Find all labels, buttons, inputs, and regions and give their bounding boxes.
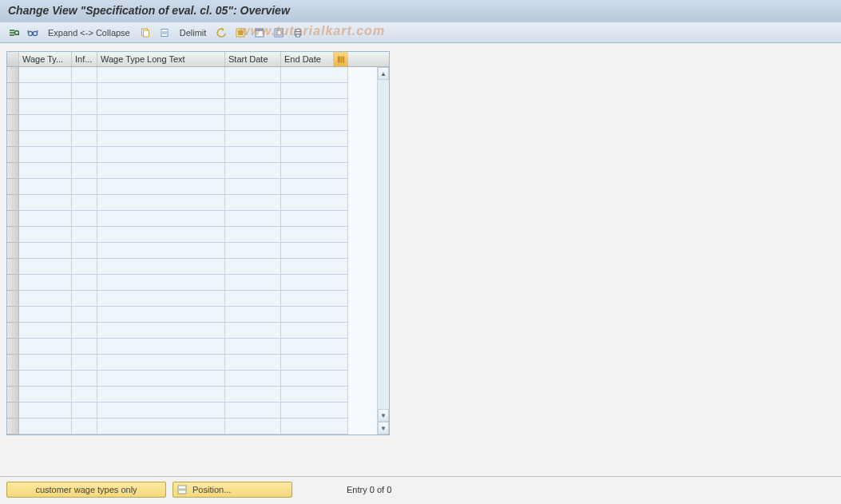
row-selector[interactable]	[7, 323, 19, 339]
copy-button[interactable]	[137, 25, 154, 40]
cell-long-text[interactable]	[97, 403, 225, 419]
cell-long-text[interactable]	[97, 259, 225, 275]
cell-inf[interactable]	[72, 259, 97, 275]
cell-inf[interactable]	[72, 275, 97, 291]
scroll-track[interactable]	[378, 80, 389, 409]
scroll-up-button[interactable]: ▲	[378, 67, 389, 80]
cell-end-date[interactable]	[281, 323, 348, 339]
row-selector[interactable]	[7, 403, 19, 419]
row-selector-header[interactable]	[7, 52, 19, 66]
table-row[interactable]	[7, 275, 377, 291]
table-row[interactable]	[7, 291, 377, 307]
cell-wage-type[interactable]	[19, 99, 72, 115]
cell-start-date[interactable]	[225, 67, 281, 83]
cell-start-date[interactable]	[225, 179, 281, 195]
cell-start-date[interactable]	[225, 243, 281, 259]
cell-end-date[interactable]	[281, 355, 348, 371]
cell-start-date[interactable]	[225, 115, 281, 131]
cell-wage-type[interactable]	[19, 339, 72, 355]
cell-long-text[interactable]	[97, 67, 225, 83]
cell-end-date[interactable]	[281, 259, 348, 275]
cell-end-date[interactable]	[281, 243, 348, 259]
row-selector[interactable]	[7, 211, 19, 227]
cell-inf[interactable]	[72, 355, 97, 371]
table-row[interactable]	[7, 115, 377, 131]
cell-wage-type[interactable]	[19, 67, 72, 83]
cell-inf[interactable]	[72, 403, 97, 419]
cell-long-text[interactable]	[97, 387, 225, 403]
table-row[interactable]	[7, 131, 377, 147]
cell-end-date[interactable]	[281, 163, 348, 179]
cell-start-date[interactable]	[225, 259, 281, 275]
cell-start-date[interactable]	[225, 163, 281, 179]
select-all-button[interactable]	[232, 25, 249, 40]
table-row[interactable]	[7, 403, 377, 419]
cell-end-date[interactable]	[281, 403, 348, 419]
cell-inf[interactable]	[72, 147, 97, 163]
cell-start-date[interactable]	[225, 419, 281, 435]
row-selector[interactable]	[7, 291, 19, 307]
cell-inf[interactable]	[72, 371, 97, 387]
customer-wage-types-button[interactable]: customer wage types only	[6, 482, 166, 498]
delete-button[interactable]	[156, 25, 173, 40]
cell-wage-type[interactable]	[19, 195, 72, 211]
cell-inf[interactable]	[72, 339, 97, 355]
cell-wage-type[interactable]	[19, 323, 72, 339]
undo-button[interactable]	[212, 25, 230, 40]
row-selector[interactable]	[7, 387, 19, 403]
expand-collapse-button[interactable]: Expand <-> Collapse	[43, 25, 135, 40]
cell-long-text[interactable]	[97, 99, 225, 115]
table-row[interactable]	[7, 371, 377, 387]
cell-end-date[interactable]	[281, 115, 348, 131]
cell-end-date[interactable]	[281, 371, 348, 387]
row-selector[interactable]	[7, 115, 19, 131]
cell-end-date[interactable]	[281, 387, 348, 403]
row-selector[interactable]	[7, 67, 19, 83]
scroll-down-button-2[interactable]: ▼	[378, 422, 389, 435]
row-selector[interactable]	[7, 131, 19, 147]
cell-inf[interactable]	[72, 291, 97, 307]
details-button[interactable]	[5, 25, 22, 40]
cell-long-text[interactable]	[97, 323, 225, 339]
row-selector[interactable]	[7, 179, 19, 195]
cell-start-date[interactable]	[225, 371, 281, 387]
cell-inf[interactable]	[72, 243, 97, 259]
cell-inf[interactable]	[72, 195, 97, 211]
cell-long-text[interactable]	[97, 243, 225, 259]
cell-end-date[interactable]	[281, 307, 348, 323]
delimit-button[interactable]: Delimit	[175, 25, 212, 40]
cell-wage-type[interactable]	[19, 403, 72, 419]
column-header-end-date[interactable]: End Date	[281, 52, 334, 66]
row-selector[interactable]	[7, 307, 19, 323]
row-selector[interactable]	[7, 227, 19, 243]
cell-end-date[interactable]	[281, 67, 348, 83]
cell-long-text[interactable]	[97, 115, 225, 131]
table-row[interactable]	[7, 355, 377, 371]
cell-end-date[interactable]	[281, 179, 348, 195]
cell-long-text[interactable]	[97, 307, 225, 323]
cell-end-date[interactable]	[281, 147, 348, 163]
cell-long-text[interactable]	[97, 419, 225, 435]
print-button[interactable]	[289, 25, 307, 40]
table-row[interactable]	[7, 419, 377, 435]
cell-inf[interactable]	[72, 307, 97, 323]
cell-end-date[interactable]	[281, 227, 348, 243]
table-row[interactable]	[7, 307, 377, 323]
row-selector[interactable]	[7, 99, 19, 115]
cell-start-date[interactable]	[225, 195, 281, 211]
position-button[interactable]: Position...	[173, 482, 292, 498]
cell-start-date[interactable]	[225, 211, 281, 227]
vertical-scrollbar[interactable]: ▲ ▼ ▼	[377, 67, 389, 435]
cell-long-text[interactable]	[97, 195, 225, 211]
cell-long-text[interactable]	[97, 163, 225, 179]
cell-inf[interactable]	[72, 323, 97, 339]
cell-inf[interactable]	[72, 387, 97, 403]
table-row[interactable]	[7, 67, 377, 83]
cell-wage-type[interactable]	[19, 211, 72, 227]
cell-start-date[interactable]	[225, 291, 281, 307]
cell-long-text[interactable]	[97, 179, 225, 195]
deselect-all-button[interactable]	[270, 25, 288, 40]
table-row[interactable]	[7, 339, 377, 355]
cell-wage-type[interactable]	[19, 83, 72, 99]
row-selector[interactable]	[7, 195, 19, 211]
